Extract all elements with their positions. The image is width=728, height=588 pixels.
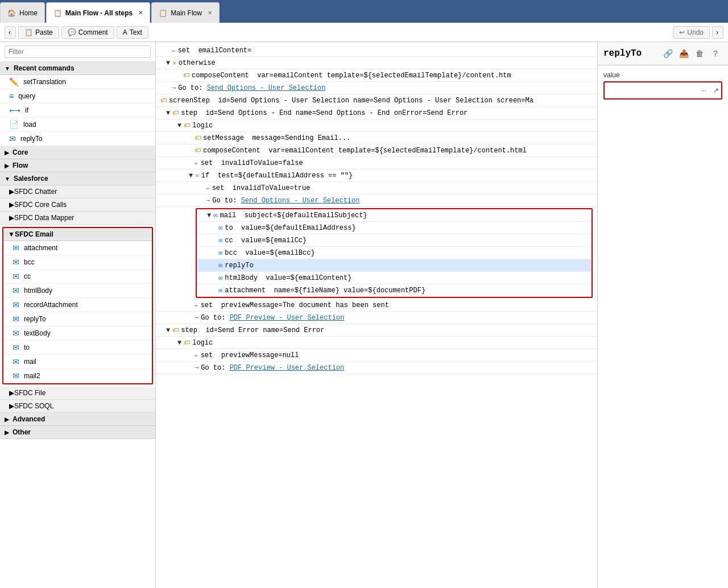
sfdc-data-mapper-header[interactable]: ▶ SFDC Data Mapper — [0, 212, 155, 225]
goto-send-options-link[interactable]: Send Options - User Selection — [207, 84, 326, 92]
logic-2-tag-icon: 🏷 — [184, 339, 190, 346]
right-panel-link-button[interactable]: 🔗 — [661, 47, 675, 60]
sfdc-email-header[interactable]: ▼ SFDC Email — [3, 228, 152, 241]
setMessage-item[interactable]: 🏷 setMessage message=Sending Email... — [156, 132, 597, 144]
sidebar-item-mail2[interactable]: ✉ mail2 — [3, 369, 152, 383]
compose-content-2-text: composeContent var=emailContent template… — [203, 147, 527, 155]
field-expand-button[interactable]: ↗ — [710, 85, 722, 96]
tab-main-flow-close[interactable]: ✕ — [208, 10, 212, 16]
tab-bar: 🏠 Home 📋 Main Flow - All steps ✕ 📋 Main … — [0, 0, 728, 23]
sidebar-item-to[interactable]: ✉ to — [3, 341, 152, 355]
goto-send-options-2-item[interactable]: → Go to: Send Options - User Selection — [156, 194, 597, 207]
attachment-field-item[interactable]: ✉ attachment name=${fileName} value=${do… — [197, 284, 592, 297]
set-preview-item[interactable]: ✏ set previewMessage=The document has be… — [156, 299, 597, 312]
otherwise-item[interactable]: ▼ ✕ otherwise — [156, 57, 597, 69]
salesforce-section-header[interactable]: ▼ Salesforce — [0, 172, 155, 185]
logic-2-text: logic — [192, 339, 213, 347]
text-icon: A — [123, 28, 127, 36]
to-field-item[interactable]: ✉ to value=${defaultEmailAddress} — [197, 222, 592, 234]
collapse-left-button[interactable]: ‹ — [5, 26, 16, 39]
goto-pdf-icon: → — [195, 314, 198, 322]
logic-1-tag-icon: 🏷 — [184, 122, 190, 129]
sidebar-item-htmlBody[interactable]: ✉ htmlBody — [3, 284, 152, 298]
mail-header-item[interactable]: ▼ ✉ mail subject=${defaultEmailSubject} — [197, 209, 592, 222]
bcc-field-text: bcc value=${emailBcc} — [225, 249, 315, 257]
comment-icon: 💬 — [68, 28, 76, 36]
sidebar-item-cc[interactable]: ✉ cc — [3, 270, 152, 284]
sfdc-soql-header[interactable]: ▶ SFDC SOQL — [0, 400, 155, 413]
set-email-item[interactable]: ✏ set emailContent= — [156, 44, 597, 57]
goto-pdf-link[interactable]: PDF Preview - User Selection — [230, 314, 345, 322]
set-preview-null-item[interactable]: ✏ set previewMessage=null — [156, 349, 597, 362]
tab-main-flow[interactable]: 📋 Main Flow ✕ — [151, 2, 220, 23]
right-panel-delete-button[interactable]: 🗑 — [693, 47, 706, 60]
sidebar-item-recordAttachment[interactable]: ✉ recordAttachment — [3, 298, 152, 312]
sidebar-item-mail[interactable]: ✉ mail — [3, 355, 152, 369]
tab-main-flow-all-steps-close[interactable]: ✕ — [138, 10, 143, 16]
field-dots-button[interactable]: ··· — [698, 85, 709, 96]
to-icon: ✉ — [13, 343, 19, 352]
sfdc-chatter-label: SFDC Chatter — [14, 188, 57, 196]
sidebar-item-bcc[interactable]: ✉ bcc — [3, 255, 152, 270]
htmlBody-field-item[interactable]: ✉ htmlBody value=${emailContent} — [197, 272, 592, 284]
recent-commands-header[interactable]: ▼ Recent commands — [0, 62, 155, 75]
sidebar-item-query[interactable]: ≡ query — [0, 89, 155, 103]
step-send-error-item[interactable]: ▼ 🏷 step id=Send Error name=Send Error — [156, 324, 597, 337]
cc-field-item[interactable]: ✉ cc value=${emailCc} — [197, 234, 592, 247]
replyTo-field-item[interactable]: ✉ replyTo — [197, 259, 592, 272]
set-edit-icon: ✏ — [172, 47, 176, 54]
flow-section-header[interactable]: ▶ Flow — [0, 159, 155, 172]
sidebar-item-replyTo[interactable]: ✉ replyTo — [0, 132, 155, 146]
core-section-header[interactable]: ▶ Core — [0, 146, 155, 159]
goto-send-options-2-link[interactable]: Send Options - User Selection — [241, 197, 360, 205]
sidebar-item-if[interactable]: ⟷ if — [0, 103, 155, 118]
logic-2-item[interactable]: ▼ 🏷 logic — [156, 337, 597, 349]
tab-home[interactable]: 🏠 Home — [0, 2, 45, 23]
goto-pdf-preview-2-item[interactable]: → Go to: PDF Preview - User Selection — [156, 362, 597, 374]
comment-button[interactable]: 💬 Comment — [61, 26, 114, 39]
set-invalid-item[interactable]: ✏ set invalidToValue=false — [156, 157, 597, 169]
screen-step-item[interactable]: 🏷 screenStep id=Send Options - User Sele… — [156, 94, 597, 107]
right-panel-export-button[interactable]: 📤 — [677, 47, 690, 60]
goto-2-icon: → — [206, 197, 210, 205]
sidebar-item-textBody[interactable]: ✉ textBody — [3, 326, 152, 341]
toolbar: ‹ 📋 Paste 💬 Comment A Text ↩ Undo › — [0, 23, 728, 42]
if-test-item[interactable]: ▼ ✕ if test=${defaultEmailAddress == ""} — [156, 169, 597, 182]
expand-right-button[interactable]: › — [712, 26, 723, 39]
sidebar-item-replyTo-email[interactable]: ✉ replyTo — [3, 312, 152, 326]
advanced-section-header[interactable]: ▶ Advanced — [0, 413, 155, 426]
compose-content-1-item[interactable]: 🏷 composeContent var=emailContent templa… — [156, 69, 597, 82]
sfdc-core-calls-arrow: ▶ — [9, 201, 14, 209]
paste-button[interactable]: 📋 Paste — [18, 26, 59, 39]
filter-input[interactable] — [5, 45, 151, 58]
goto-pdf-2-link[interactable]: PDF Preview - User Selection — [230, 364, 345, 372]
bcc-field-item[interactable]: ✉ bcc value=${emailBcc} — [197, 247, 592, 259]
other-section-header[interactable]: ▶ Other — [0, 426, 155, 439]
goto-pdf-preview-item[interactable]: → Go to: PDF Preview - User Selection — [156, 312, 597, 324]
step-error-arrow: ▼ — [166, 326, 170, 334]
value-input[interactable] — [605, 82, 697, 98]
compose-content-2-item[interactable]: 🏷 composeContent var=emailContent templa… — [156, 144, 597, 157]
step-send-options-end-item[interactable]: ▼ 🏷 step id=Send Options - End name=Send… — [156, 107, 597, 119]
undo-button[interactable]: ↩ Undo — [673, 26, 710, 39]
logic-1-item[interactable]: ▼ 🏷 logic — [156, 119, 597, 132]
cc-field-text: cc value=${emailCc} — [225, 237, 307, 245]
sidebar-item-load[interactable]: 📄 load — [0, 118, 155, 132]
tab-main-flow-all-steps[interactable]: 📋 Main Flow - All steps ✕ — [46, 2, 150, 23]
load-label: load — [23, 121, 36, 129]
sidebar-item-attachment[interactable]: ✉ attachment — [3, 241, 152, 255]
set-invalid-true-item[interactable]: ✏ set invalidToValue=true — [156, 182, 597, 194]
goto-send-options-item[interactable]: → Go to: Send Options - User Selection — [156, 82, 597, 94]
setMessage-tag-icon: 🏷 — [195, 134, 201, 142]
mail-label: mail — [24, 358, 36, 366]
sfdc-file-header[interactable]: ▶ SFDC File — [0, 387, 155, 400]
otherwise-text: otherwise — [179, 59, 216, 67]
goto-send-options-2-prefix: Go to: — [212, 197, 241, 205]
right-panel-help-button[interactable]: ? — [709, 47, 722, 60]
sidebar-item-setTranslation[interactable]: ✏️ setTranslation — [0, 75, 155, 89]
sfdc-core-calls-header[interactable]: ▶ SFDC Core Calls — [0, 198, 155, 212]
tab-main-flow-icon: 📋 — [159, 9, 167, 17]
sfdc-chatter-header[interactable]: ▶ SFDC Chatter — [0, 185, 155, 198]
step-error-tag-icon: 🏷 — [172, 326, 179, 334]
text-button[interactable]: A Text — [117, 26, 148, 39]
